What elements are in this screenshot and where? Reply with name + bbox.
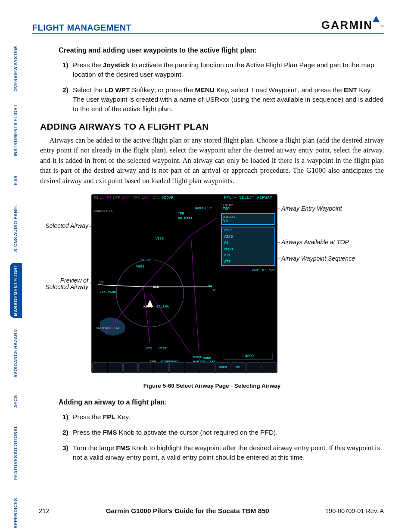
tab-label: ADDITIONAL <box>14 425 19 454</box>
annot-preview-line2: Selected Airway <box>40 284 88 290</box>
tab-label: AFCS <box>14 395 19 408</box>
tab-label: OVERVIEW <box>14 66 19 92</box>
tab-label: INSTRUMENTS <box>14 122 19 156</box>
fpl-title: FPL – SELECT AIRWAY <box>219 195 277 201</box>
tab-label: FEATURES <box>14 455 19 480</box>
softkey-5[interactable] <box>154 362 169 373</box>
svg-text:V73: V73 <box>146 346 152 350</box>
svg-text:V551: V551 <box>136 264 144 268</box>
annot-airways-available: Airways Available at TOP <box>281 239 349 246</box>
procedure-1-heading: Creating and adding user waypoints to th… <box>59 47 384 54</box>
fpl-select-airway-pane: FPL – SELECT AIRWAY ENTRY TOP AIRWAY V4 … <box>219 195 277 373</box>
section-body: Airways can be added to the active fligh… <box>40 135 384 186</box>
tab-label: EAS <box>14 175 19 185</box>
tab-hazard-avoidance[interactable]: HAZARDAVOIDANCE <box>10 327 22 380</box>
svg-text:NORTH UP: NORTH UP <box>195 206 212 210</box>
tab-label: AVOIDANCE <box>14 350 19 378</box>
tab-audio-panel-cns[interactable]: AUDIO PANEL& CNS <box>10 202 22 253</box>
figure-caption: Figure 5-60 Select Airway Page - Selecti… <box>40 383 384 389</box>
annot-selected-airway: Selected Airway <box>40 223 88 229</box>
airway-sel-box: AIRWAY V4 <box>221 213 275 225</box>
softkey-4[interactable] <box>138 362 153 373</box>
footer-title: Garmin G1000 Pilot’s Guide for the Socat… <box>106 507 269 515</box>
softkey-12[interactable] <box>262 362 277 373</box>
footer-rev: 190-00709-01 Rev. A <box>325 507 384 514</box>
softkey-1[interactable] <box>92 362 107 373</box>
step: 2)Press the FMS Knob to activate the cur… <box>73 428 384 437</box>
tab-label: AUDIO PANEL <box>14 204 19 236</box>
svg-text:80NM: 80NM <box>203 356 211 360</box>
softkey-2[interactable] <box>108 362 123 373</box>
airway-list-item: V508 <box>222 246 274 253</box>
softkey-bar: 80NMFPL <box>92 362 277 373</box>
svg-text:SALINA: SALINA <box>156 305 169 308</box>
softkey-10[interactable]: FPL <box>231 362 246 373</box>
svg-text:TFR: TFR <box>178 212 184 215</box>
garmin-delta-icon <box>373 16 380 22</box>
page-content: Creating and adding user waypoints to th… <box>40 47 384 496</box>
tab-appendices[interactable]: APPENDICES <box>10 491 22 532</box>
svg-text:SLN: SLN <box>153 285 159 289</box>
garmin-tm: ™ <box>380 25 384 29</box>
airway-list-item: V280 <box>222 234 274 240</box>
garmin-logo: GARMIN ™ <box>321 19 384 33</box>
softkey-8[interactable] <box>200 362 215 373</box>
airway-list-item: V131 <box>222 227 274 234</box>
svg-text:V553: V553 <box>156 236 164 240</box>
tab-label: FLIGHT <box>14 104 19 121</box>
step-number: 3) <box>62 443 68 453</box>
svg-text:CONCORDIA: CONCORDIA <box>94 209 112 213</box>
softkey-3[interactable] <box>123 362 138 373</box>
annot-waypoint-seq: Airway Waypoint Sequence <box>281 255 355 262</box>
softkey-7[interactable] <box>185 362 200 373</box>
svg-text:KANOPOLIS LAKE: KANOPOLIS LAKE <box>96 327 121 330</box>
garmin-logo-text: GARMIN <box>321 19 373 32</box>
tab-system-overview[interactable]: SYSTEMOVERVIEW <box>10 44 22 93</box>
svg-text:KSLN: KSLN <box>143 305 152 308</box>
step: 1)Press the FPL Key. <box>73 412 384 422</box>
tab-flight-instruments[interactable]: FLIGHTINSTRUMENTS <box>10 103 22 158</box>
page-header: FLIGHT MANAGEMENT GARMIN ™ <box>32 19 384 34</box>
step-number: 2) <box>62 428 68 437</box>
tab-additional-features[interactable]: ADDITIONALFEATURES <box>10 423 22 482</box>
svg-text:V4: V4 <box>100 280 104 284</box>
side-tabs: SYSTEMOVERVIEWFLIGHTINSTRUMENTSEASAUDIO … <box>10 44 24 532</box>
step-number: 1) <box>62 412 68 422</box>
tab-label: APPENDICES <box>14 498 19 529</box>
softkey-11[interactable] <box>246 362 262 373</box>
section-heading: ADDING AIRWAYS TO A FLIGHT PLAN <box>40 121 384 132</box>
airway-list: V131V280V4V508V71V77 <box>221 227 275 266</box>
airway-list-item: V4 <box>222 240 274 246</box>
step-number: 1) <box>62 60 68 70</box>
svg-rect-5 <box>92 201 219 362</box>
mfd-map: NORTH UP TFR NO DATA CONCORDIA V4 V553 V… <box>92 201 219 362</box>
tab-label: SYSTEM <box>14 46 19 65</box>
mfd-topbar: GS 184KT DTK 147° TRK 147° ETE 02:09 <box>92 195 219 201</box>
section-title: FLIGHT MANAGEMENT <box>32 23 131 33</box>
procedure-2-heading: Adding an airway to a flight plan: <box>59 398 384 406</box>
tab-flight-management[interactable]: FLIGHTMANAGEMENT <box>10 263 22 318</box>
entry-box: ENTRY TOP <box>221 202 275 212</box>
step: 2)Select the LD WPT Softkey; or press th… <box>73 85 384 114</box>
mfd-display: GS 184KT DTK 147° TRK 147° ETE 02:09 <box>91 194 277 373</box>
svg-text:V532: V532 <box>159 346 167 350</box>
svg-text:V261: V261 <box>193 355 201 359</box>
airway-list-item: V77 <box>222 259 274 265</box>
tab-afcs[interactable]: AFCS <box>10 389 22 414</box>
svg-text:70: 70 <box>212 288 217 292</box>
figure-5-60: Selected Airway Preview of Selected Airw… <box>40 192 384 379</box>
softkey-6[interactable] <box>169 362 184 373</box>
load-box: LOAD? <box>224 353 273 360</box>
page-footer: 212 Garmin G1000 Pilot’s Guide for the S… <box>39 507 384 515</box>
tab-label: HAZARD <box>14 329 19 349</box>
svg-text:V4: V4 <box>208 284 212 288</box>
tab-label: MANAGEMENT <box>14 282 19 316</box>
procedure-2-steps: 1)Press the FPL Key.2)Press the FMS Knob… <box>73 412 384 462</box>
tab-label: & CNS <box>14 237 19 252</box>
softkey-9[interactable]: 80NM <box>215 362 230 373</box>
fpl-dist: 260° 97.7NM <box>252 268 274 272</box>
tab-eas[interactable]: EAS <box>10 168 22 193</box>
svg-text:244 V508: 244 V508 <box>100 290 116 294</box>
step: 1)Press the Joystick to activate the pan… <box>73 60 384 79</box>
svg-text:V532: V532 <box>141 258 149 262</box>
